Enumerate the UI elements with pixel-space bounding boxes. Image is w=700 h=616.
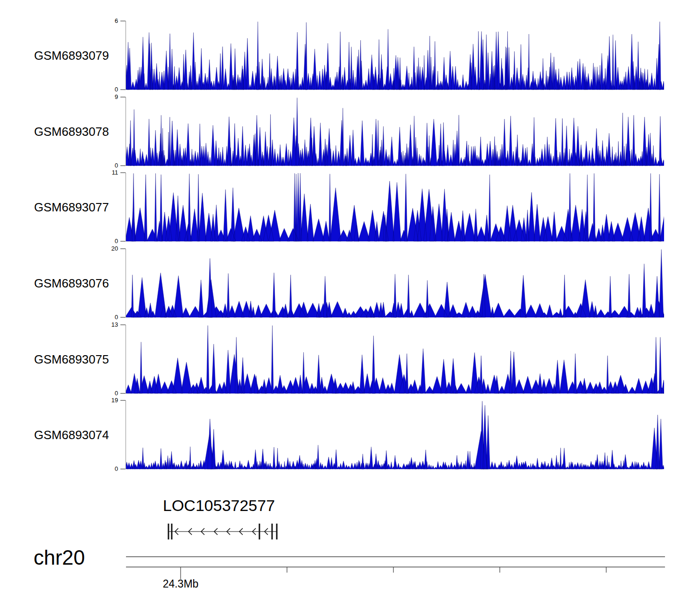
track-label: GSM6893079 — [34, 49, 109, 63]
track-label: GSM6893076 — [34, 276, 109, 291]
gene-name-label: LOC105372577 — [163, 497, 275, 515]
chromosome-axis — [126, 553, 666, 581]
coverage-signal — [126, 249, 664, 318]
coverage-signal — [126, 97, 664, 166]
track-label: GSM6893074 — [34, 428, 109, 442]
coverage-signal — [126, 21, 664, 90]
track-y-axis — [120, 400, 126, 469]
track-ymin-label: 0 — [95, 466, 118, 472]
track-label: GSM6893075 — [34, 352, 109, 367]
coverage-signal — [126, 400, 664, 469]
track-ymax-label: 13 — [95, 322, 118, 328]
track-ymin-label: 0 — [95, 390, 118, 397]
track-y-axis — [120, 249, 126, 317]
track-y-axis — [120, 97, 126, 166]
track-y-axis — [120, 325, 126, 393]
track-ymin-label: 0 — [95, 86, 118, 93]
track-row: GSM6893077110 — [0, 173, 700, 249]
track-label: GSM6893077 — [34, 200, 109, 215]
track-row: GSM6893076200 — [0, 249, 700, 325]
track-label: GSM6893078 — [34, 125, 109, 139]
track-ymin-label: 0 — [95, 162, 118, 169]
coverage-signal — [126, 325, 664, 394]
track-ymin-label: 0 — [95, 314, 118, 321]
track-y-axis — [120, 21, 126, 90]
gene-model — [126, 518, 665, 546]
track-ymax-label: 9 — [95, 94, 118, 100]
track-row: GSM689307960 — [0, 21, 700, 97]
track-row: GSM6893075130 — [0, 325, 700, 401]
coverage-signal — [126, 173, 664, 242]
track-row: GSM689307890 — [0, 97, 700, 173]
track-y-axis — [120, 173, 126, 241]
track-ymin-label: 0 — [95, 238, 118, 245]
track-row: GSM6893074190 — [0, 400, 700, 476]
track-ymax-label: 19 — [95, 397, 118, 404]
track-ymax-label: 11 — [95, 169, 118, 176]
track-ymax-label: 6 — [95, 18, 118, 24]
track-ymax-label: 20 — [95, 245, 118, 252]
chromosome-label: chr20 — [34, 546, 85, 569]
position-tick-label: 24.3Mb — [148, 578, 213, 590]
